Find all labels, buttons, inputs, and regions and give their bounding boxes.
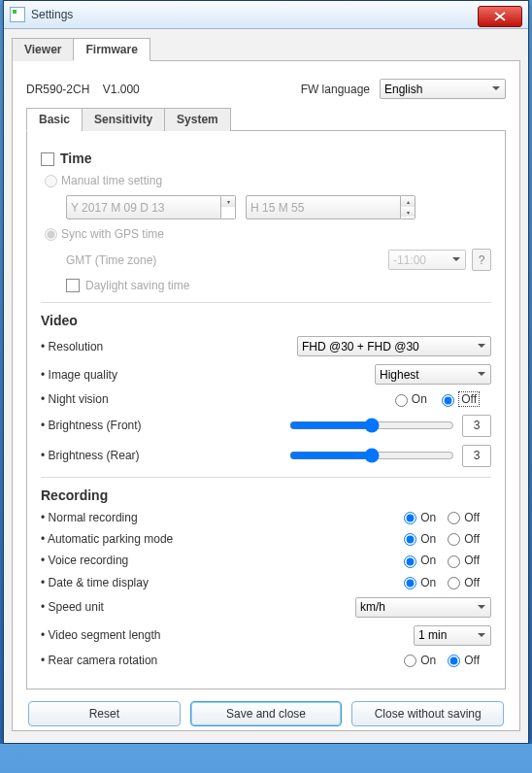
normal-recording-label: Normal recording (41, 511, 274, 524)
speed-unit-label: Speed unit (41, 600, 274, 614)
brightness-front-value: 3 (462, 415, 491, 437)
dst-checkbox[interactable] (66, 279, 80, 292)
gmt-select[interactable]: -11:00 (388, 250, 466, 270)
manual-time-label: Manual time setting (61, 174, 162, 187)
app-icon (10, 7, 25, 22)
device-version: V1.000 (103, 83, 140, 96)
window-title: Settings (31, 8, 478, 21)
time-input[interactable] (246, 195, 401, 219)
gmt-help-button[interactable]: ? (472, 249, 491, 271)
image-quality-select[interactable]: Highest (375, 364, 491, 385)
rear-rotation-label: Rear camera rotation (41, 654, 274, 667)
brightness-rear-label: Brightness (Rear) (41, 449, 274, 462)
brightness-rear-slider[interactable] (289, 448, 454, 463)
dst-label: Daylight saving time (85, 279, 189, 292)
parking-off[interactable]: Off (448, 532, 480, 546)
gmt-label: GMT (Time zone) (66, 253, 299, 267)
resolution-label: Resolution (41, 340, 274, 353)
fw-language-select[interactable]: English (380, 79, 506, 99)
rear-rot-off[interactable]: Off (448, 654, 480, 667)
sync-gps-label: Sync with GPS time (61, 227, 164, 241)
recording-heading: Recording (41, 487, 491, 503)
time-checkbox[interactable] (41, 152, 54, 166)
normal-off[interactable]: Off (448, 511, 480, 524)
night-vision-on[interactable]: On (395, 392, 427, 406)
segment-length-select[interactable]: 1 min (414, 625, 491, 646)
voice-off[interactable]: Off (448, 554, 480, 567)
subtab-sensitivity[interactable]: Sensitivity (82, 108, 165, 131)
brightness-front-slider[interactable] (289, 418, 454, 433)
top-tabstrip: Viewer Firmware (12, 37, 520, 61)
time-heading: Time (41, 151, 491, 166)
close-without-saving-button[interactable]: Close without saving (351, 701, 504, 726)
night-vision-label: Night vision (41, 392, 274, 406)
datetime-off[interactable]: Off (448, 576, 480, 589)
titlebar: Settings (4, 1, 528, 29)
date-picker-icon[interactable]: ▾ (221, 195, 236, 219)
device-info: DR590-2CH V1.000 (26, 83, 259, 96)
fw-language-label: FW language (301, 83, 370, 96)
video-heading: Video (41, 313, 491, 328)
normal-on[interactable]: On (404, 511, 436, 524)
voice-recording-label: Voice recording (41, 554, 274, 567)
resolution-select[interactable]: FHD @30 + FHD @30 (297, 336, 491, 356)
tab-firmware[interactable]: Firmware (73, 38, 150, 61)
image-quality-label: Image quality (41, 368, 274, 382)
speed-unit-select[interactable]: km/h (355, 597, 491, 618)
save-and-close-button[interactable]: Save and close (190, 701, 343, 726)
close-icon (494, 12, 506, 21)
voice-on[interactable]: On (404, 554, 436, 567)
subtab-system[interactable]: System (164, 108, 231, 131)
sync-gps-radio[interactable] (45, 228, 57, 241)
brightness-rear-value: 3 (462, 445, 491, 467)
manual-time-radio[interactable] (45, 175, 57, 187)
datetime-display-label: Date & time display (41, 576, 274, 589)
night-vision-off[interactable]: Off (442, 392, 480, 406)
parking-on[interactable]: On (404, 532, 436, 546)
subtab-basic[interactable]: Basic (26, 108, 83, 131)
window-close-button[interactable] (478, 6, 522, 27)
sub-tabstrip: Basic Sensitivity System (26, 107, 506, 131)
datetime-on[interactable]: On (404, 576, 436, 589)
reset-button[interactable]: Reset (28, 701, 181, 726)
segment-length-label: Video segment length (41, 628, 274, 642)
parking-mode-label: Automatic parking mode (41, 532, 274, 546)
device-model: DR590-2CH (26, 83, 89, 96)
rear-rot-on[interactable]: On (404, 654, 436, 667)
brightness-front-label: Brightness (Front) (41, 419, 274, 432)
tab-viewer[interactable]: Viewer (12, 38, 74, 61)
date-input[interactable] (66, 195, 221, 219)
time-spin[interactable]: ▴▾ (401, 195, 416, 219)
